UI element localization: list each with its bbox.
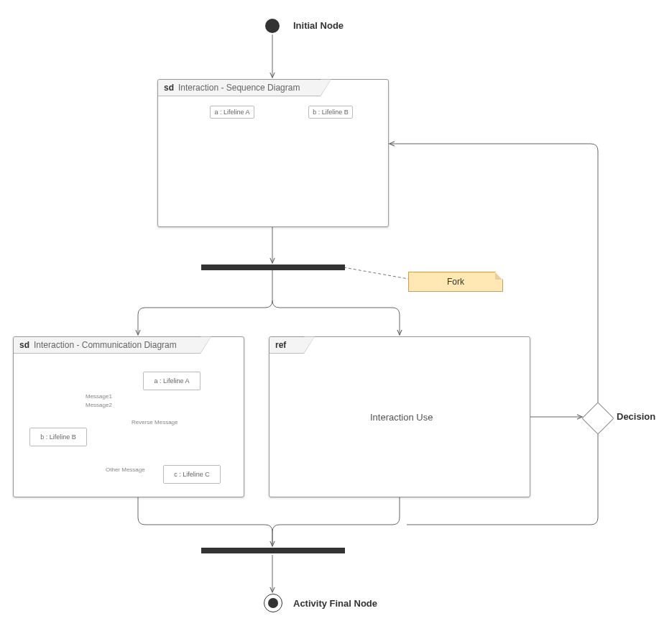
fork-note-text: Fork	[447, 277, 464, 287]
activity-final-node	[264, 594, 282, 612]
fork-bar	[201, 264, 345, 270]
comm-msg-2: Message2	[86, 402, 112, 408]
communication-diagram-frame: sd Interaction - Communication Diagram a…	[13, 336, 244, 497]
interaction-use-frame: ref Interaction Use	[269, 336, 530, 497]
initial-node-label: Initial Node	[293, 20, 344, 31]
comm-lifeline-c: c : Lifeline C	[163, 465, 221, 484]
join-bar	[201, 548, 345, 553]
lifeline-b-box: b : Lifeline B	[308, 106, 353, 119]
activity-final-label: Activity Final Node	[293, 598, 377, 609]
sequence-frame-prefix: sd	[164, 83, 174, 93]
comm-frame-tab: sd Interaction - Communication Diagram	[14, 337, 201, 354]
interaction-use-prefix: ref	[275, 340, 286, 350]
comm-lifeline-a: a : Lifeline A	[143, 372, 201, 390]
comm-frame-title: Interaction - Communication Diagram	[34, 340, 177, 350]
sequence-frame-title: Interaction - Sequence Diagram	[178, 83, 300, 93]
fork-note: Fork	[408, 272, 503, 292]
comm-msg-other: Other Message	[106, 466, 145, 473]
interaction-use-title: Interaction Use	[370, 412, 433, 423]
comm-msg-1: Message1	[86, 393, 112, 400]
decision-label: Decision	[617, 411, 655, 422]
sequence-frame-tab: sd Interaction - Sequence Diagram	[158, 80, 321, 96]
interaction-use-tab: ref	[269, 337, 304, 354]
initial-node	[265, 19, 280, 33]
sequence-diagram-frame: sd Interaction - Sequence Diagram a : Li…	[157, 79, 389, 227]
comm-msg-reverse: Reverse Message	[132, 419, 178, 426]
comm-lifeline-b: b : Lifeline B	[29, 428, 87, 446]
lifeline-a-box: a : Lifeline A	[210, 106, 254, 119]
comm-frame-prefix: sd	[19, 340, 29, 350]
